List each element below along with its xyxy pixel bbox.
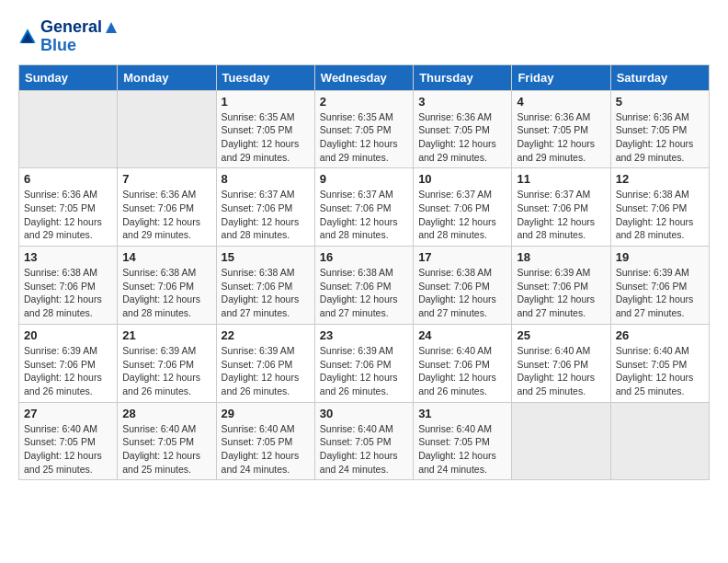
- logo-general: General: [40, 17, 102, 36]
- calendar-cell: 21Sunrise: 6:39 AM Sunset: 7:06 PM Dayli…: [118, 324, 216, 402]
- calendar-cell: [19, 90, 118, 168]
- calendar-cell: 10Sunrise: 6:37 AM Sunset: 7:06 PM Dayli…: [414, 168, 512, 247]
- day-info: Sunrise: 6:37 AM Sunset: 7:06 PM Dayligh…: [222, 188, 310, 242]
- day-info: Sunrise: 6:39 AM Sunset: 7:06 PM Dayligh…: [122, 344, 210, 398]
- day-number: 6: [24, 172, 112, 186]
- calendar-cell: 28Sunrise: 6:40 AM Sunset: 7:05 PM Dayli…: [118, 402, 216, 480]
- calendar-cell: 19Sunrise: 6:39 AM Sunset: 7:06 PM Dayli…: [610, 247, 709, 325]
- calendar-cell: 11Sunrise: 6:37 AM Sunset: 7:06 PM Dayli…: [512, 168, 610, 247]
- day-number: 15: [222, 250, 310, 264]
- day-info: Sunrise: 6:39 AM Sunset: 7:06 PM Dayligh…: [616, 266, 704, 320]
- week-row-3: 13Sunrise: 6:38 AM Sunset: 7:06 PM Dayli…: [19, 247, 710, 325]
- day-info: Sunrise: 6:40 AM Sunset: 7:05 PM Dayligh…: [320, 422, 408, 477]
- day-number: 19: [616, 250, 704, 264]
- day-number: 29: [222, 407, 310, 420]
- day-number: 12: [616, 172, 704, 186]
- days-header-row: SundayMondayTuesdayWednesdayThursdayFrid…: [19, 64, 710, 90]
- calendar-cell: [610, 402, 709, 480]
- day-info: Sunrise: 6:36 AM Sunset: 7:05 PM Dayligh…: [517, 110, 605, 165]
- week-row-2: 6Sunrise: 6:36 AM Sunset: 7:05 PM Daylig…: [19, 168, 710, 247]
- day-number: 26: [616, 328, 704, 342]
- day-info: Sunrise: 6:40 AM Sunset: 7:05 PM Dayligh…: [122, 422, 210, 477]
- calendar-cell: 26Sunrise: 6:40 AM Sunset: 7:05 PM Dayli…: [610, 324, 709, 402]
- day-header-monday: Monday: [118, 64, 216, 90]
- day-info: Sunrise: 6:36 AM Sunset: 7:05 PM Dayligh…: [616, 110, 704, 165]
- calendar-cell: 2Sunrise: 6:35 AM Sunset: 7:05 PM Daylig…: [314, 90, 413, 168]
- day-info: Sunrise: 6:40 AM Sunset: 7:05 PM Dayligh…: [24, 422, 112, 477]
- logo: GeneralBlue: [18, 18, 120, 55]
- calendar-cell: 23Sunrise: 6:39 AM Sunset: 7:06 PM Dayli…: [314, 324, 413, 402]
- day-info: Sunrise: 6:37 AM Sunset: 7:06 PM Dayligh…: [320, 188, 408, 242]
- week-row-4: 20Sunrise: 6:39 AM Sunset: 7:06 PM Dayli…: [19, 324, 710, 402]
- day-number: 17: [418, 250, 506, 264]
- day-info: Sunrise: 6:40 AM Sunset: 7:05 PM Dayligh…: [222, 422, 310, 477]
- day-number: 2: [320, 95, 408, 109]
- calendar-cell: [118, 90, 216, 168]
- day-number: 16: [320, 250, 408, 264]
- calendar-cell: 15Sunrise: 6:38 AM Sunset: 7:06 PM Dayli…: [216, 247, 314, 325]
- day-number: 20: [24, 328, 112, 342]
- day-number: 14: [122, 250, 210, 264]
- day-info: Sunrise: 6:38 AM Sunset: 7:06 PM Dayligh…: [418, 266, 506, 320]
- day-number: 21: [122, 328, 210, 342]
- calendar-cell: 18Sunrise: 6:39 AM Sunset: 7:06 PM Dayli…: [512, 247, 610, 325]
- day-info: Sunrise: 6:40 AM Sunset: 7:05 PM Dayligh…: [418, 422, 506, 477]
- day-number: 27: [24, 407, 112, 420]
- day-info: Sunrise: 6:38 AM Sunset: 7:06 PM Dayligh…: [320, 266, 408, 320]
- calendar-cell: 14Sunrise: 6:38 AM Sunset: 7:06 PM Dayli…: [118, 247, 216, 325]
- calendar-table: SundayMondayTuesdayWednesdayThursdayFrid…: [18, 64, 710, 481]
- day-info: Sunrise: 6:35 AM Sunset: 7:05 PM Dayligh…: [320, 110, 408, 165]
- day-info: Sunrise: 6:36 AM Sunset: 7:05 PM Dayligh…: [24, 188, 112, 242]
- calendar-cell: 12Sunrise: 6:38 AM Sunset: 7:06 PM Dayli…: [610, 168, 709, 247]
- day-header-friday: Friday: [512, 64, 610, 90]
- day-header-saturday: Saturday: [610, 64, 709, 90]
- day-info: Sunrise: 6:38 AM Sunset: 7:06 PM Dayligh…: [122, 266, 210, 320]
- day-number: 11: [517, 172, 605, 186]
- day-info: Sunrise: 6:39 AM Sunset: 7:06 PM Dayligh…: [24, 344, 112, 398]
- day-info: Sunrise: 6:38 AM Sunset: 7:06 PM Dayligh…: [616, 188, 704, 242]
- day-header-thursday: Thursday: [414, 64, 512, 90]
- logo-blue: Blue: [40, 36, 76, 54]
- day-info: Sunrise: 6:39 AM Sunset: 7:06 PM Dayligh…: [320, 344, 408, 398]
- calendar-cell: 4Sunrise: 6:36 AM Sunset: 7:05 PM Daylig…: [512, 90, 610, 168]
- calendar-cell: 22Sunrise: 6:39 AM Sunset: 7:06 PM Dayli…: [216, 324, 314, 402]
- svg-marker-2: [106, 22, 117, 33]
- day-number: 25: [517, 328, 605, 342]
- day-number: 22: [222, 328, 310, 342]
- day-number: 24: [418, 328, 506, 342]
- calendar-cell: 17Sunrise: 6:38 AM Sunset: 7:06 PM Dayli…: [414, 247, 512, 325]
- calendar-cell: 25Sunrise: 6:40 AM Sunset: 7:06 PM Dayli…: [512, 324, 610, 402]
- day-info: Sunrise: 6:40 AM Sunset: 7:05 PM Dayligh…: [616, 344, 704, 398]
- calendar-cell: 30Sunrise: 6:40 AM Sunset: 7:05 PM Dayli…: [314, 402, 413, 480]
- calendar-cell: 16Sunrise: 6:38 AM Sunset: 7:06 PM Dayli…: [314, 247, 413, 325]
- day-number: 9: [320, 172, 408, 186]
- day-number: 31: [418, 407, 506, 420]
- calendar-cell: 27Sunrise: 6:40 AM Sunset: 7:05 PM Dayli…: [19, 402, 118, 480]
- day-info: Sunrise: 6:39 AM Sunset: 7:06 PM Dayligh…: [222, 344, 310, 398]
- calendar-cell: 24Sunrise: 6:40 AM Sunset: 7:06 PM Dayli…: [414, 324, 512, 402]
- week-row-1: 1Sunrise: 6:35 AM Sunset: 7:05 PM Daylig…: [19, 90, 710, 168]
- day-number: 28: [122, 407, 210, 420]
- day-number: 8: [222, 172, 310, 186]
- calendar-cell: 20Sunrise: 6:39 AM Sunset: 7:06 PM Dayli…: [19, 324, 118, 402]
- day-info: Sunrise: 6:38 AM Sunset: 7:06 PM Dayligh…: [222, 266, 310, 320]
- calendar-cell: [512, 402, 610, 480]
- day-info: Sunrise: 6:40 AM Sunset: 7:06 PM Dayligh…: [517, 344, 605, 398]
- calendar-cell: 7Sunrise: 6:36 AM Sunset: 7:06 PM Daylig…: [118, 168, 216, 247]
- day-number: 1: [222, 95, 310, 109]
- day-number: 13: [24, 250, 112, 264]
- day-info: Sunrise: 6:36 AM Sunset: 7:06 PM Dayligh…: [122, 188, 210, 242]
- day-info: Sunrise: 6:40 AM Sunset: 7:06 PM Dayligh…: [418, 344, 506, 398]
- day-number: 3: [418, 95, 506, 109]
- day-number: 18: [517, 250, 605, 264]
- calendar-cell: 3Sunrise: 6:36 AM Sunset: 7:05 PM Daylig…: [414, 90, 512, 168]
- calendar-cell: 13Sunrise: 6:38 AM Sunset: 7:06 PM Dayli…: [19, 247, 118, 325]
- day-number: 7: [122, 172, 210, 186]
- day-number: 30: [320, 407, 408, 420]
- day-info: Sunrise: 6:37 AM Sunset: 7:06 PM Dayligh…: [517, 188, 605, 242]
- day-info: Sunrise: 6:38 AM Sunset: 7:06 PM Dayligh…: [24, 266, 112, 320]
- calendar-cell: 29Sunrise: 6:40 AM Sunset: 7:05 PM Dayli…: [216, 402, 314, 480]
- day-info: Sunrise: 6:35 AM Sunset: 7:05 PM Dayligh…: [222, 110, 310, 165]
- calendar-cell: 5Sunrise: 6:36 AM Sunset: 7:05 PM Daylig…: [610, 90, 709, 168]
- calendar-cell: 31Sunrise: 6:40 AM Sunset: 7:05 PM Dayli…: [414, 402, 512, 480]
